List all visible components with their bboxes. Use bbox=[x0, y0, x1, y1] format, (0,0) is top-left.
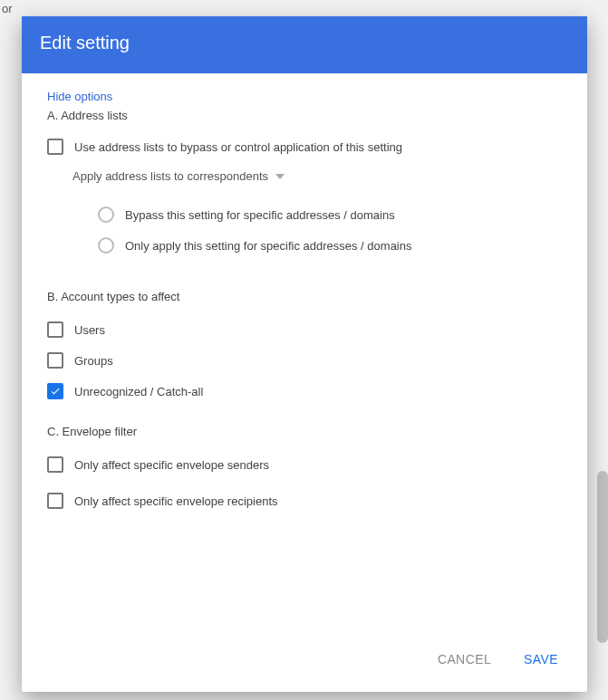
radio-only-apply[interactable] bbox=[98, 237, 114, 254]
row-groups[interactable]: Groups bbox=[47, 352, 562, 369]
label-users: Users bbox=[74, 323, 105, 337]
section-b-heading: B. Account types to affect bbox=[47, 290, 562, 303]
row-users[interactable]: Users bbox=[47, 321, 562, 338]
checkbox-envelope-recipients[interactable] bbox=[47, 493, 63, 509]
section-account-types: B. Account types to affect Users Groups bbox=[47, 290, 562, 399]
label-unrecognized: Unrecognized / Catch-all bbox=[74, 385, 203, 398]
row-radio-bypass[interactable]: Bypass this setting for specific address… bbox=[72, 206, 562, 223]
label-envelope-recipients: Only affect specific envelope recipients bbox=[74, 494, 278, 508]
checkbox-users[interactable] bbox=[47, 321, 63, 338]
dialog-title: Edit setting bbox=[22, 16, 587, 73]
row-envelope-recipients[interactable]: Only affect specific envelope recipients bbox=[47, 493, 562, 509]
radio-bypass[interactable] bbox=[98, 206, 114, 223]
dialog-footer: CANCEL SAVE bbox=[22, 638, 587, 692]
row-unrecognized[interactable]: Unrecognized / Catch-all bbox=[47, 383, 562, 399]
check-icon bbox=[50, 386, 61, 397]
checkbox-groups[interactable] bbox=[47, 352, 63, 369]
label-groups: Groups bbox=[74, 354, 113, 368]
row-envelope-senders[interactable]: Only affect specific envelope senders bbox=[47, 456, 562, 473]
dialog-body: Hide options A. Address lists Use addres… bbox=[22, 73, 587, 638]
chevron-down-icon bbox=[275, 174, 285, 179]
row-radio-only-apply[interactable]: Only apply this setting for specific add… bbox=[72, 237, 562, 254]
section-a-heading: A. Address lists bbox=[47, 109, 562, 122]
section-address-lists: A. Address lists Use address lists to by… bbox=[47, 109, 562, 254]
checkbox-unrecognized[interactable] bbox=[47, 383, 63, 399]
save-button[interactable]: SAVE bbox=[516, 647, 565, 672]
label-radio-bypass: Bypass this setting for specific address… bbox=[125, 208, 395, 222]
dropdown-apply-address-lists[interactable]: Apply address lists to correspondents bbox=[72, 169, 562, 183]
cancel-button[interactable]: CANCEL bbox=[430, 647, 498, 672]
checkbox-envelope-senders[interactable] bbox=[47, 456, 63, 473]
label-use-address-lists: Use address lists to bypass or control a… bbox=[74, 140, 402, 154]
label-radio-only-apply: Only apply this setting for specific add… bbox=[125, 239, 411, 253]
dropdown-label: Apply address lists to correspondents bbox=[72, 169, 268, 183]
section-envelope-filter: C. Envelope filter Only affect specific … bbox=[47, 425, 562, 509]
backdrop: or Edit setting Hide options A. Address … bbox=[0, 0, 608, 700]
label-envelope-senders: Only affect specific envelope senders bbox=[74, 458, 269, 472]
checkbox-use-address-lists[interactable] bbox=[47, 139, 63, 155]
hide-options-link[interactable]: Hide options bbox=[47, 90, 112, 103]
row-use-address-lists[interactable]: Use address lists to bypass or control a… bbox=[47, 139, 562, 155]
edit-setting-dialog: Edit setting Hide options A. Address lis… bbox=[22, 16, 587, 692]
section-c-heading: C. Envelope filter bbox=[47, 425, 562, 438]
scrollbar-thumb[interactable] bbox=[597, 471, 608, 643]
